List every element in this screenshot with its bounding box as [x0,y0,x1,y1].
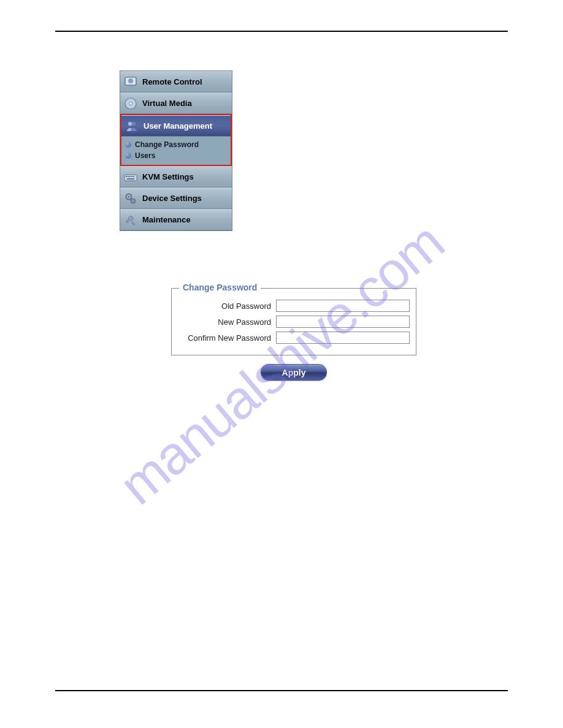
svg-rect-13 [127,178,134,180]
svg-point-15 [128,195,130,197]
sidebar-submenu: Change Password Users [120,137,232,166]
svg-rect-12 [133,176,134,177]
svg-point-17 [132,200,134,201]
sidebar-item-remote-control[interactable]: Remote Control [120,71,232,93]
svg-rect-8 [126,176,127,177]
sidebar-item-maintenance[interactable]: Maintenance [120,209,232,230]
bullet-icon [125,142,131,148]
wrench-icon [123,212,139,228]
page-bottom-rule [55,690,508,691]
sidebar-selected-group: User Management [120,114,232,137]
old-password-label: Old Password [178,301,276,311]
form-row-confirm-password: Confirm New Password [178,332,410,344]
page-top-rule [55,31,508,32]
svg-point-4 [129,102,132,105]
svg-rect-9 [128,176,129,177]
svg-rect-2 [129,86,132,87]
sidebar-item-label: Maintenance [142,215,191,224]
disc-icon [123,96,139,112]
apply-button[interactable]: Apply [261,364,327,381]
monitor-icon [123,74,139,90]
svg-point-5 [128,121,132,125]
svg-point-6 [132,121,136,125]
sidebar-item-label: KVM Settings [142,172,194,181]
form-row-new-password: New Password [178,316,410,328]
bullet-icon [125,153,131,159]
keyboard-icon [123,169,139,185]
sidebar-item-label: User Management [144,121,212,131]
submenu-item-label: Change Password [135,140,199,149]
fieldset: Change Password Old Password New Passwor… [171,288,416,355]
submenu-item-users[interactable]: Users [125,150,228,161]
sidebar-item-label: Virtual Media [142,99,192,108]
apply-button-wrap: Apply [171,364,416,381]
submenu-item-label: Users [135,151,155,160]
new-password-input[interactable] [276,316,410,328]
sidebar-item-kvm-settings[interactable]: KVM Settings [120,166,232,188]
users-icon [124,118,140,134]
sidebar-item-virtual-media[interactable]: Virtual Media [120,93,232,114]
sidebar-item-device-settings[interactable]: Device Settings [120,188,232,209]
old-password-input[interactable] [276,300,410,312]
confirm-password-input[interactable] [276,332,410,344]
svg-rect-10 [129,176,131,177]
sidebar-item-user-management[interactable]: User Management [121,115,231,137]
svg-rect-11 [131,176,132,177]
svg-point-1 [128,78,133,83]
sidebar-item-label: Remote Control [142,77,202,86]
sidebar-item-label: Device Settings [142,194,202,203]
sidebar-nav: Remote Control Virtual Media User Manage… [120,70,232,231]
gears-icon [123,191,139,207]
change-password-form: Change Password Old Password New Passwor… [171,288,416,381]
form-row-old-password: Old Password [178,300,410,312]
confirm-password-label: Confirm New Password [178,333,276,343]
svg-rect-7 [124,175,137,181]
submenu-item-change-password[interactable]: Change Password [125,139,228,150]
new-password-label: New Password [178,317,276,327]
fieldset-legend: Change Password [179,282,261,292]
